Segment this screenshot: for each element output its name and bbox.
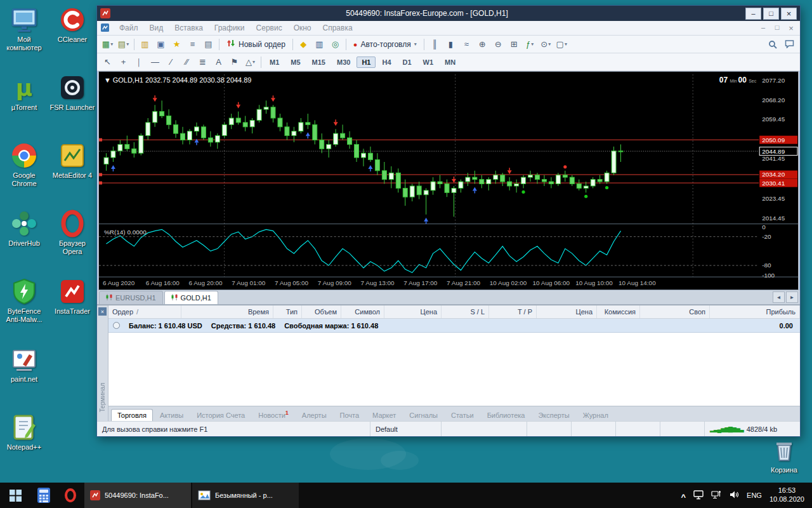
terminal-panel-icon[interactable]: ▥	[311, 37, 327, 52]
column-header[interactable]: Цена	[537, 305, 597, 318]
taskbar-task-mt4[interactable]: 50449690: InstaFo...	[84, 483, 191, 508]
fibonacci-icon[interactable]: ≣	[195, 55, 211, 70]
terminal-tab-активы[interactable]: Активы	[154, 409, 190, 421]
desktop-icon-opera[interactable]: Браузер Opera	[49, 209, 95, 255]
vertical-line-icon[interactable]: │	[131, 55, 147, 70]
menu-item[interactable]: Справка	[317, 23, 358, 33]
orders-table-body[interactable]	[108, 333, 800, 406]
timeframe-button-M1[interactable]: M1	[265, 57, 284, 68]
language-indicator[interactable]: ENG	[747, 491, 762, 499]
taskbar-task-paint[interactable]: Безымянный - p...	[192, 483, 299, 508]
display-tray-icon[interactable]	[693, 490, 704, 501]
restore-button[interactable]	[763, 8, 779, 20]
terminal-tab-история-счета[interactable]: История Счета	[190, 409, 251, 421]
start-button[interactable]	[0, 483, 30, 508]
terminal-tab-журнал[interactable]: Журнал	[577, 409, 615, 421]
column-header[interactable]: Цена	[384, 305, 442, 318]
recycle-bin-icon[interactable]: Корзина	[761, 436, 807, 474]
shapes-icon[interactable]: △▾	[242, 55, 258, 70]
terminal-close-icon[interactable]	[98, 307, 107, 316]
column-header[interactable]: S / L	[442, 305, 489, 318]
opera-taskbar-icon[interactable]	[57, 483, 84, 508]
calculator-taskbar-icon[interactable]	[30, 483, 57, 508]
menu-item[interactable]: Вставка	[169, 23, 209, 33]
line-chart-icon[interactable]: ≈	[459, 37, 475, 52]
favorites-icon[interactable]: ★	[169, 37, 185, 52]
mql-community-icon[interactable]: ◎	[327, 37, 343, 52]
timeframe-button-H4[interactable]: H4	[377, 57, 396, 68]
new-order-button[interactable]: Новый ордер	[222, 37, 290, 51]
navigator-icon[interactable]: ≡	[185, 37, 200, 52]
column-header[interactable]: Объем	[302, 305, 341, 318]
terminal-tab-маркет[interactable]: Маркет	[366, 409, 402, 421]
desktop-icon-bytefence[interactable]: ByteFence Anti-Malw...	[1, 277, 47, 323]
desktop-icon-instatrader[interactable]: InstaTrader	[49, 277, 95, 316]
data-window-icon[interactable]: ▣	[153, 37, 169, 52]
desktop-icon-paintnet[interactable]: paint.net	[1, 345, 47, 384]
menu-item[interactable]: Вид	[144, 23, 169, 33]
cursor-icon[interactable]: ↖	[100, 55, 115, 70]
timeframe-button-M15[interactable]: M15	[307, 57, 331, 68]
menu-item[interactable]: Графики	[209, 23, 251, 33]
status-profile[interactable]: Default	[370, 422, 442, 436]
child-minimize-icon[interactable]	[758, 23, 768, 33]
terminal-tab-статьи[interactable]: Статьи	[445, 409, 480, 421]
text-icon[interactable]: A	[211, 55, 226, 70]
desktop-icon-utorrent[interactable]: µµTorrent	[1, 73, 47, 112]
periods-icon[interactable]: ⊙▾	[538, 37, 554, 52]
column-header[interactable]: Символ	[341, 305, 384, 318]
chart-tab-eurusdh1[interactable]: EURUSD,H1	[99, 291, 163, 304]
column-header[interactable]: Комиссия	[597, 305, 640, 318]
close-button[interactable]	[781, 8, 797, 20]
market-watch-icon[interactable]: ▥	[137, 37, 153, 52]
timeframe-button-W1[interactable]: W1	[418, 57, 439, 68]
templates-icon[interactable]: ▢▾	[554, 37, 570, 52]
volume-tray-icon[interactable]	[729, 490, 739, 500]
horizontal-line-icon[interactable]: —	[147, 55, 163, 70]
bar-chart-icon[interactable]: ║	[427, 37, 443, 52]
desktop-icon-driverhub[interactable]: DriverHub	[1, 209, 47, 248]
profiles-icon[interactable]: ▤▾	[115, 37, 131, 52]
terminal-tab-эксперты[interactable]: Эксперты	[532, 409, 575, 421]
terminal-tab-почта[interactable]: Почта	[334, 409, 366, 421]
column-header[interactable]: Своп	[640, 305, 710, 318]
deposit-icon[interactable]: ◆	[296, 37, 311, 52]
column-header[interactable]: T / P	[489, 305, 537, 318]
network-tray-icon[interactable]	[711, 490, 721, 500]
titlebar[interactable]: 50449690: InstaForex-Europe.com - [GOLD,…	[97, 6, 800, 21]
indicators-icon[interactable]: ƒ▾	[522, 37, 538, 52]
terminal-tab-новости[interactable]: Новости1	[252, 407, 295, 421]
chart-tab-goldh1[interactable]: GOLD,H1	[164, 291, 218, 304]
timeframe-button-M30[interactable]: M30	[332, 57, 355, 68]
search-icon[interactable]	[764, 37, 780, 52]
column-header[interactable]: Тип	[273, 305, 302, 318]
desktop-icon-fsr-launcher[interactable]: FSR Launcher	[49, 73, 95, 112]
minimize-button[interactable]	[745, 8, 761, 20]
child-close-icon[interactable]	[786, 23, 796, 33]
terminal-tab-библиотека[interactable]: Библиотека	[481, 409, 532, 421]
menu-item[interactable]: Сервис	[251, 23, 288, 33]
timeframe-button-D1[interactable]: D1	[398, 57, 417, 68]
channel-icon[interactable]: ∕∕	[179, 55, 195, 70]
desktop-icon-chrome[interactable]: Google Chrome	[1, 141, 47, 187]
tile-windows-icon[interactable]: ⊞	[506, 37, 522, 52]
chat-icon[interactable]	[782, 37, 797, 52]
auto-trading-button[interactable]: ● Авто-торговля ▾	[349, 37, 421, 51]
column-header[interactable]: Прибыль	[710, 305, 800, 318]
candlestick-chart-icon[interactable]: ▮	[443, 37, 459, 52]
trendline-icon[interactable]: ∕	[163, 55, 179, 70]
timeframe-button-H1[interactable]: H1	[357, 57, 376, 68]
hidden-icons-chevron-icon[interactable]: ^	[681, 492, 686, 502]
menu-item[interactable]: Окно	[288, 23, 317, 33]
zoom-out-icon[interactable]: ⊖	[490, 37, 506, 52]
desktop-icon-notepadpp[interactable]: Notepad++	[1, 413, 47, 451]
terminal-tab-торговля[interactable]: Торговля	[111, 409, 153, 421]
arrow-label-icon[interactable]: ⚑	[226, 55, 242, 70]
scroll-left-icon[interactable]	[773, 291, 785, 303]
terminal-tab-алерты[interactable]: Алерты	[296, 409, 333, 421]
timeframe-button-M5[interactable]: M5	[285, 57, 305, 68]
menu-item[interactable]: Файл	[114, 23, 144, 33]
scroll-right-icon[interactable]	[786, 291, 798, 303]
crosshair-icon[interactable]: +	[115, 55, 131, 70]
column-header[interactable]: Время	[181, 305, 273, 318]
